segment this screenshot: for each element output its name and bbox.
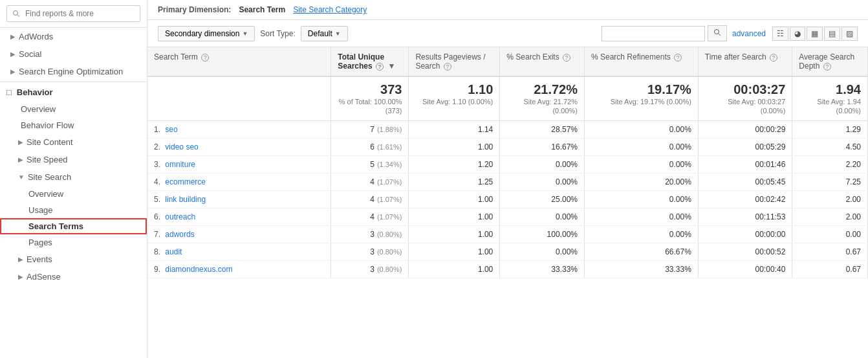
svg-point-0	[714, 30, 719, 34]
sidebar-item-ss-usage[interactable]: Usage	[0, 202, 147, 218]
sidebar-item-site-content[interactable]: ▶ Site Content	[0, 133, 147, 151]
sidebar-item-site-search[interactable]: ▼ Site Search	[0, 168, 147, 186]
cell-term-4: 5. link building	[147, 191, 331, 208]
col-label-time: Time after Search	[705, 52, 766, 62]
cell-depth-8: 0.67	[792, 261, 868, 278]
sidebar-item-events[interactable]: ▶ Events	[0, 251, 147, 268]
col-header-time: Time after Search ?	[698, 47, 792, 76]
row-num-4: 5.	[154, 195, 160, 204]
summary-pageviews-value: 1.10	[415, 82, 493, 97]
help-icon-depth[interactable]: ?	[823, 63, 831, 71]
cell-depth-5: 2.00	[792, 208, 868, 226]
summary-cell-pageviews: 1.10 Site Avg: 1.10 (0.00%)	[409, 76, 500, 121]
toolbar: Secondary dimension ▼ Sort Type: Default…	[147, 20, 868, 47]
cell-exits-2: 0.00%	[500, 156, 585, 173]
cell-pageviews-8: 1.00	[409, 261, 500, 278]
sidebar-item-social[interactable]: ▶ Social	[0, 45, 147, 63]
summary-cell-time: 00:03:27 Site Avg: 00:03:27 (0.00%)	[698, 76, 792, 121]
sidebar-item-adsense[interactable]: ▶ AdSense	[0, 268, 147, 285]
view-bar-btn[interactable]: ▦	[807, 27, 823, 41]
view-pie-btn[interactable]: ◕	[790, 27, 805, 41]
cell-searches-6: 3(0.80%)	[331, 226, 409, 243]
sidebar-label-pages: Pages	[28, 238, 52, 247]
term-link-1[interactable]: video seo	[165, 142, 198, 151]
term-link-4[interactable]: link building	[165, 195, 206, 204]
search-icon	[713, 28, 721, 36]
sidebar-item-site-speed[interactable]: ▶ Site Speed	[0, 151, 147, 168]
main-content: Primary Dimension: Search Term Site Sear…	[147, 0, 868, 358]
row-num-8: 9.	[154, 265, 160, 274]
dim-site-search-category[interactable]: Site Search Category	[293, 5, 367, 14]
sort-type-btn[interactable]: Default ▼	[301, 26, 348, 41]
searches-pct-3: (1.07%)	[377, 178, 402, 186]
sidebar-label-behavior-flow: Behavior Flow	[21, 120, 74, 130]
cell-time-1: 00:05:29	[698, 139, 792, 156]
col-header-refinements: % Search Refinements ?	[584, 47, 698, 76]
help-icon-pageviews[interactable]: ?	[444, 63, 451, 71]
cell-exits-8: 33.33%	[500, 261, 585, 278]
sidebar-item-ss-overview[interactable]: Overview	[0, 186, 147, 202]
term-link-7[interactable]: audit	[165, 247, 182, 256]
sidebar-section-behavior[interactable]: □ Behavior	[0, 84, 147, 101]
collapse-arrow-social: ▶	[10, 50, 16, 58]
table-row: 4. ecommerce 4(1.07%) 1.25 0.00% 20.00% …	[147, 173, 868, 191]
cell-refinements-2: 0.00%	[584, 156, 698, 173]
collapse-arrow-adsense: ▶	[18, 273, 23, 280]
primary-dim-label: Primary Dimension:	[158, 5, 231, 14]
cell-refinements-6: 0.00%	[584, 226, 698, 243]
summary-refinements-value: 19.17%	[591, 82, 691, 97]
advanced-link[interactable]: advanced	[732, 29, 766, 38]
sidebar-item-seo[interactable]: ▶ Search Engine Optimization	[0, 63, 147, 80]
col-label-refinements: % Search Refinements	[591, 52, 671, 62]
view-pivot-btn[interactable]: ▨	[841, 27, 858, 41]
row-num-3: 4.	[154, 177, 160, 186]
view-compare-btn[interactable]: ▤	[824, 27, 840, 41]
term-link-6[interactable]: adwords	[165, 230, 194, 239]
chevron-down-icon-sort: ▼	[335, 30, 341, 37]
collapse-arrow-adwords: ▶	[10, 33, 16, 40]
help-icon-exits[interactable]: ?	[563, 54, 570, 62]
cell-pageviews-6: 1.00	[409, 226, 500, 243]
cell-exits-1: 16.67%	[500, 139, 585, 156]
view-table-btn[interactable]: ☷	[772, 27, 788, 41]
cell-time-0: 00:00:29	[698, 121, 792, 139]
searches-pct-8: (0.80%)	[377, 265, 402, 273]
help-icon-searches[interactable]: ?	[376, 63, 384, 71]
table-search-button[interactable]	[708, 25, 727, 41]
cell-depth-3: 7.25	[792, 173, 868, 191]
sidebar-item-behavior-flow[interactable]: Behavior Flow	[0, 117, 147, 133]
sidebar-item-adwords[interactable]: ▶ AdWords	[0, 28, 147, 45]
term-link-8[interactable]: diamondnexus.com	[165, 265, 232, 274]
col-header-unique-searches[interactable]: Total UniqueSearches ? ▼	[331, 47, 409, 76]
cell-pageviews-4: 1.00	[409, 191, 500, 208]
table-row: 2. video seo 6(1.61%) 1.00 16.67% 0.00% …	[147, 139, 868, 156]
collapse-arrow-site-content: ▶	[18, 139, 23, 146]
cell-depth-2: 2.20	[792, 156, 868, 173]
dim-search-term[interactable]: Search Term	[239, 5, 285, 14]
sidebar-item-search-terms[interactable]: Search Terms	[0, 218, 147, 234]
summary-row: 373 % of Total: 100.00% (373) 1.10 Site …	[147, 76, 868, 121]
search-input[interactable]	[6, 5, 140, 22]
term-link-2[interactable]: omniture	[165, 160, 195, 169]
help-icon-refinements[interactable]: ?	[674, 54, 682, 62]
help-icon-search-term[interactable]: ?	[201, 54, 209, 62]
term-link-3[interactable]: ecommerce	[165, 177, 206, 186]
help-icon-time[interactable]: ?	[770, 54, 777, 62]
cell-refinements-1: 0.00%	[584, 139, 698, 156]
sidebar-label-ss-usage: Usage	[28, 205, 53, 215]
term-link-5[interactable]: outreach	[165, 212, 195, 221]
cell-term-1: 2. video seo	[147, 139, 331, 156]
sidebar-item-overview[interactable]: Overview	[0, 101, 147, 117]
sidebar-item-pages[interactable]: Pages	[0, 234, 147, 251]
cell-depth-6: 0.00	[792, 226, 868, 243]
term-link-0[interactable]: seo	[165, 125, 177, 134]
secondary-dimension-btn[interactable]: Secondary dimension ▼	[158, 26, 255, 41]
cell-refinements-4: 0.00%	[584, 191, 698, 208]
table-search-input[interactable]	[602, 26, 705, 41]
cell-term-5: 6. outreach	[147, 208, 331, 226]
cell-refinements-8: 33.33%	[584, 261, 698, 278]
sidebar-label-social: Social	[19, 49, 41, 59]
collapse-arrow-site-speed: ▶	[18, 156, 23, 163]
summary-searches-value: 373	[338, 82, 402, 97]
chevron-down-icon: ▼	[242, 30, 248, 37]
